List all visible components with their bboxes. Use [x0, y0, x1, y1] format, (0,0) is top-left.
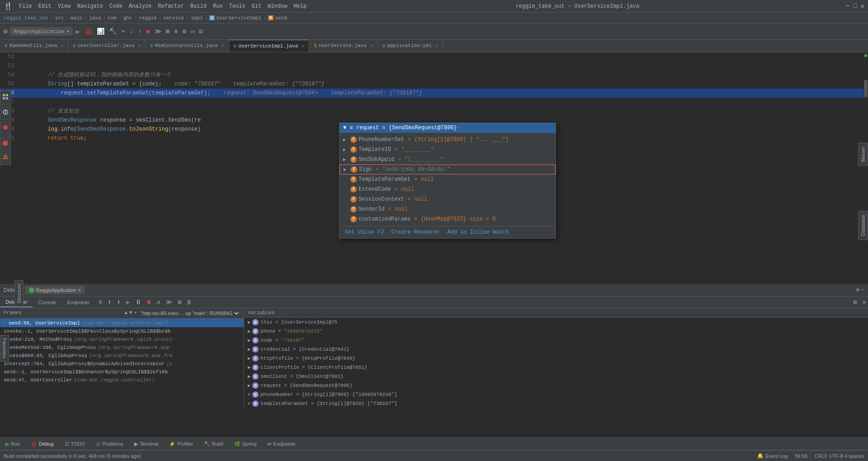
favorites-tab[interactable]: Favorites — [0, 335, 9, 362]
btab-debug[interactable]: 🐞 Debug — [25, 439, 59, 449]
tab-usercontroller[interactable]: c UserController.java ✕ — [68, 40, 146, 52]
tab-ramdomutils[interactable]: c RamdomUtils.java ✕ — [0, 40, 68, 52]
menu-run[interactable]: Run — [210, 2, 226, 10]
btab-endpoints[interactable]: ⇌ Endpoints — [262, 439, 301, 449]
frames-down[interactable]: ▼ — [129, 310, 132, 316]
database-tab[interactable]: Database — [858, 211, 868, 240]
debug-settings[interactable]: ⚙ — [856, 287, 859, 293]
minimize-button[interactable]: ─ — [846, 2, 849, 10]
toolbar-icon1[interactable]: ⚙ — [2, 26, 9, 37]
btab-build[interactable]: 🔨 Build — [198, 439, 228, 449]
panel-icon-5[interactable] — [0, 151, 11, 165]
var-phone[interactable]: ▶ p phone = "19805978220" — [244, 327, 868, 336]
run-button[interactable]: ▶ — [74, 25, 82, 38]
maximize-button[interactable]: □ — [853, 2, 857, 10]
frames-up[interactable]: ▲ — [124, 310, 127, 316]
var-phonenumber[interactable]: ≡ p phoneNumber = {String[1]@7809} ["198… — [244, 390, 868, 399]
bc-src[interactable]: src — [55, 15, 64, 21]
menu-tools[interactable]: Tools — [226, 2, 248, 10]
menu-code[interactable]: Code — [107, 2, 125, 10]
frame-item-0[interactable]: ✓ send:56, UserServiceImpl (com.ghc.regg… — [0, 319, 244, 327]
dicon-pause[interactable]: ⏸ — [133, 298, 143, 307]
maven-tab[interactable]: Maven — [858, 143, 868, 166]
dicon-multiline[interactable]: ≣ — [185, 297, 193, 307]
var-credential[interactable]: ▶ p credential = {Credential@7641} — [244, 345, 868, 354]
tab-close3[interactable]: ✕ — [222, 43, 224, 48]
debug-panel-hide[interactable]: ─ — [861, 287, 864, 293]
btab-profiler[interactable]: ⚡ Profiler — [164, 439, 198, 449]
bc-ghc[interactable]: ghc — [123, 15, 132, 21]
terminal-icon[interactable]: ⊡ — [197, 26, 204, 37]
bc-impl[interactable]: impl — [191, 15, 203, 21]
list-icon[interactable]: ≡ — [172, 26, 179, 37]
var-this[interactable]: ▶ p this = {UserServiceImpl@75 — [244, 318, 868, 327]
action-set-value[interactable]: Set Value F2 — [345, 229, 384, 235]
dicon-resume[interactable]: ▶ — [124, 297, 132, 307]
frame-item-7[interactable]: send:47, UserController (com.ahc.reggie.… — [0, 376, 244, 384]
bc-main[interactable]: main — [71, 15, 82, 21]
dicon-down[interactable]: ⬇ — [115, 297, 122, 307]
popup-row-sign[interactable]: ▶ f Sign = "ä¤åâ²ç¾åç åâ¬åâ½åâ:" — [340, 165, 556, 174]
step-over[interactable]: ↷ — [119, 26, 127, 37]
bc-java[interactable]: java — [89, 15, 101, 21]
frames-select[interactable]: "http-nio-80-exec-... up "main": RUNNING — [139, 310, 240, 316]
var-templateparamset[interactable]: ≡ p templateParamSet = {String[1]@7820} … — [244, 399, 868, 408]
bc-com[interactable]: com — [108, 15, 117, 21]
popup-row-customized[interactable]: f customizedParams = {HashMap@7823} size… — [340, 214, 556, 224]
dicon-more[interactable]: ≫ — [164, 297, 174, 307]
popup-row-phone[interactable]: ▶ f PhoneNumberSet = {String[1]@7809} [ … — [340, 135, 556, 145]
menu-file[interactable]: File — [16, 2, 35, 10]
settings-icon[interactable]: ⚙ — [180, 26, 188, 37]
bc-reggie[interactable]: reggie — [139, 15, 157, 21]
menu-analyze[interactable]: Analyze — [126, 2, 154, 10]
menu-view[interactable]: View — [55, 2, 74, 10]
frame-item-2[interactable]: invoke:218, MethodProxy (org.springframe… — [0, 335, 244, 343]
var-smsclient[interactable]: ▶ p smsClient = {SmsClient@7801} — [244, 372, 868, 381]
action-inline-watch[interactable]: Add as Inline Watch — [447, 229, 509, 235]
popup-row-senderid[interactable]: f SenderId = null — [340, 204, 556, 214]
menu-help[interactable]: Help — [291, 2, 309, 10]
step-out[interactable]: ↑ — [136, 26, 143, 37]
panel-icon-1[interactable] — [0, 90, 11, 105]
popup-row-session[interactable]: f SessionContext = null — [340, 194, 556, 204]
dtab-console[interactable]: Console — [33, 298, 61, 307]
tab-userserviceimpl[interactable]: c UserServiceImpl.java ✕ — [229, 40, 310, 52]
frame-item-3[interactable]: invokeMethod:386, CglibAopProxy (org.spr… — [0, 343, 244, 352]
structure-tab[interactable]: Structure — [14, 280, 24, 307]
build-button1[interactable]: 🔨 — [107, 26, 118, 37]
tab-close5[interactable]: ✕ — [370, 43, 373, 48]
run-config[interactable]: ReggieApplication ▾ — [10, 27, 73, 36]
popup-row-templateid[interactable]: ▶ f TemplateID = "________" — [340, 145, 556, 155]
popup-row-smssdk[interactable]: ▶ f SmsSdkAppid = "1_________" — [340, 155, 556, 165]
dtab-endpoints[interactable]: Endpoints — [62, 298, 95, 307]
dicon-grid[interactable]: ⊞ — [176, 297, 183, 307]
panel-icon-2[interactable] — [0, 106, 11, 120]
btab-spring[interactable]: 🌿 Spring — [229, 439, 262, 449]
tab-close[interactable]: ✕ — [61, 43, 63, 48]
var-clientprofile[interactable]: ▶ p clientProfile = {ClientProfile@7651} — [244, 363, 868, 372]
toolbar-more[interactable]: ≫ — [153, 26, 163, 37]
bc-service[interactable]: service — [163, 15, 184, 21]
frame-item-1[interactable]: invoke:-1, UserServiceImpl$$FastClassByS… — [0, 327, 244, 335]
event-log[interactable]: 🔔 Event Log — [757, 453, 788, 459]
frames-add[interactable]: + — [134, 310, 137, 316]
stop-button[interactable]: ■ — [144, 26, 151, 37]
var-httpprofile[interactable]: ▶ p httpProfile = {HttpProfile@7645} — [244, 354, 868, 363]
menu-refactor[interactable]: Refactor — [155, 2, 187, 10]
menu-git[interactable]: Git — [249, 2, 264, 10]
coverage-button[interactable]: 📊 — [95, 26, 106, 37]
btab-terminal[interactable]: ▶ Terminal — [129, 439, 164, 449]
popup-row-extend[interactable]: f ExtendCode = null — [340, 184, 556, 194]
var-request[interactable]: ▶ p request = {SendSmsRequest@7806} — [244, 381, 868, 390]
dicon-up[interactable]: ⬆ — [106, 297, 113, 307]
dicon-settings2[interactable]: ⚙ — [851, 297, 859, 307]
debug-config-close[interactable]: ✕ — [78, 287, 81, 293]
debug-run-button[interactable]: 🐞 — [83, 26, 94, 37]
btab-run[interactable]: ▶ Run — [0, 439, 25, 449]
frame-item-5[interactable]: intercept:704, CglibAopProxy$DynamicAdvi… — [0, 360, 244, 368]
panel-icon-3[interactable] — [0, 121, 11, 136]
tab-msmconstant[interactable]: c MsmConstantUtils.java ✕ — [146, 40, 229, 52]
menu-build[interactable]: Build — [188, 2, 209, 10]
frame-item-6[interactable]: send:-1, UserServiceImpl$$EnhancerBySpri… — [0, 368, 244, 376]
bc-method[interactable]: send — [275, 15, 287, 21]
